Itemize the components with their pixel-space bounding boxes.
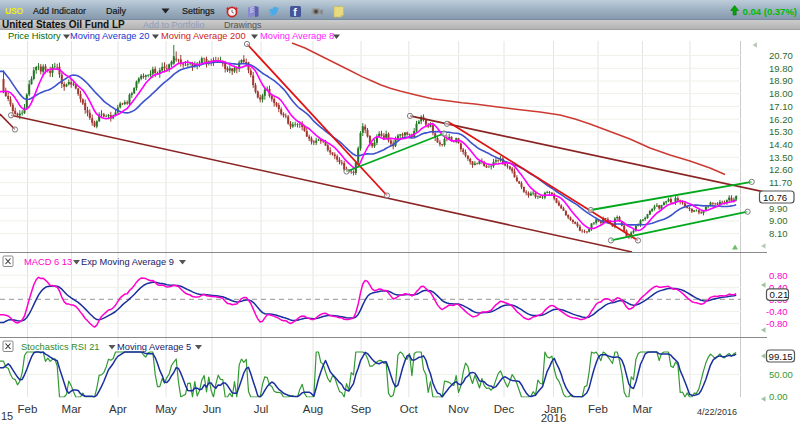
svg-text:Moving Average 5: Moving Average 5 <box>117 342 191 352</box>
svg-text:15: 15 <box>1 410 13 422</box>
svg-text:18.00: 18.00 <box>769 88 793 99</box>
svg-text:Jun: Jun <box>203 403 222 415</box>
svg-text:Moving Average 8: Moving Average 8 <box>260 31 334 41</box>
svg-text:18.90: 18.90 <box>769 75 793 86</box>
svg-text:Apr: Apr <box>109 403 127 415</box>
svg-text:99.15: 99.15 <box>769 351 793 362</box>
svg-text:Add to Portfolio: Add to Portfolio <box>143 20 205 30</box>
svg-text:f: f <box>293 6 297 18</box>
svg-text:Drawings: Drawings <box>224 20 262 30</box>
svg-text:Nov: Nov <box>448 403 469 415</box>
svg-text:Feb: Feb <box>18 403 38 415</box>
svg-text:Moving Average 20: Moving Average 20 <box>70 31 149 41</box>
svg-text:Stochastics RSI 21: Stochastics RSI 21 <box>21 342 100 352</box>
svg-text:16.20: 16.20 <box>769 114 793 125</box>
svg-text:8.10: 8.10 <box>769 228 788 239</box>
svg-text:USO: USO <box>5 6 23 16</box>
svg-text:Daily: Daily <box>106 6 127 16</box>
svg-text:11.70: 11.70 <box>769 177 792 188</box>
svg-text:MACD 6 13: MACD 6 13 <box>24 257 72 267</box>
svg-text:Mar: Mar <box>62 403 82 415</box>
svg-text:12.60: 12.60 <box>769 164 793 175</box>
svg-text:Mar: Mar <box>633 403 653 415</box>
svg-text:4/22/2016: 4/22/2016 <box>697 407 737 417</box>
svg-text:Price History: Price History <box>8 31 61 41</box>
svg-text:20.70: 20.70 <box>769 50 793 61</box>
svg-text:0.00: 0.00 <box>769 391 788 402</box>
svg-text:Moving Average 200: Moving Average 200 <box>161 31 246 41</box>
svg-text:0.80: 0.80 <box>769 270 788 281</box>
svg-text:50.00: 50.00 <box>769 369 793 380</box>
svg-text:0.21: 0.21 <box>770 289 789 300</box>
svg-text:Settings: Settings <box>182 6 215 16</box>
svg-text:13.50: 13.50 <box>769 152 793 163</box>
svg-text:Aug: Aug <box>303 403 323 415</box>
svg-text:15.30: 15.30 <box>769 126 793 137</box>
svg-text:Oct: Oct <box>400 403 419 415</box>
svg-text:United States Oil Fund LP: United States Oil Fund LP <box>2 19 125 30</box>
svg-text:9.90: 9.90 <box>769 203 788 214</box>
svg-text:19.80: 19.80 <box>769 63 793 74</box>
svg-text:Jul: Jul <box>254 403 269 415</box>
svg-text:14.40: 14.40 <box>769 139 793 150</box>
svg-text:10.76: 10.76 <box>763 192 787 203</box>
svg-text:-0.40: -0.40 <box>766 306 788 317</box>
svg-text:0.04 (0.37%): 0.04 (0.37%) <box>743 6 797 17</box>
svg-text:May: May <box>155 403 177 415</box>
svg-text:9.00: 9.00 <box>769 215 788 226</box>
svg-text:17.10: 17.10 <box>769 101 793 112</box>
svg-text:Add Indicator: Add Indicator <box>33 6 86 16</box>
svg-text:Dec: Dec <box>494 403 515 415</box>
svg-text:Exp Moving Average 9: Exp Moving Average 9 <box>81 257 174 267</box>
svg-text:2016: 2016 <box>541 412 567 423</box>
svg-text:Feb: Feb <box>588 403 608 415</box>
svg-text:-0.80: -0.80 <box>766 318 788 329</box>
svg-text:Sep: Sep <box>351 403 371 415</box>
